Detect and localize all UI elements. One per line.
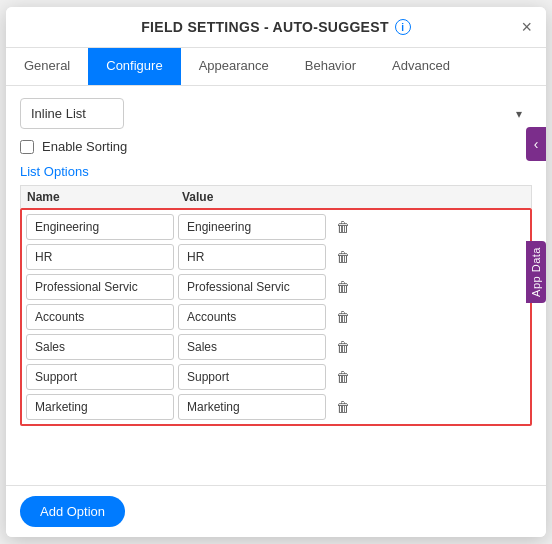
app-data-tab[interactable]: App Data (526, 241, 546, 303)
delete-button-0[interactable]: 🗑 (330, 217, 356, 237)
enable-sorting-label: Enable Sorting (42, 139, 127, 154)
option-value-input-0[interactable] (178, 214, 326, 240)
delete-button-3[interactable]: 🗑 (330, 307, 356, 327)
option-name-input-0[interactable] (26, 214, 174, 240)
list-options-label[interactable]: List Options (20, 164, 532, 179)
inline-list-dropdown[interactable]: Inline List Dropdown Radio Buttons (20, 98, 124, 129)
option-name-input-1[interactable] (26, 244, 174, 270)
column-value-header: Value (182, 190, 337, 204)
enable-sorting-row: Enable Sorting (20, 139, 532, 154)
option-name-input-3[interactable] (26, 304, 174, 330)
option-name-input-5[interactable] (26, 364, 174, 390)
modal-body: Inline List Dropdown Radio Buttons ▾ Ena… (6, 86, 546, 485)
tab-general[interactable]: General (6, 48, 88, 85)
dropdown-row: Inline List Dropdown Radio Buttons ▾ (20, 98, 532, 129)
modal-header: FIELD SETTINGS - AUTO-SUGGEST i × (6, 7, 546, 48)
add-option-button[interactable]: Add Option (20, 496, 125, 527)
info-icon[interactable]: i (395, 19, 411, 35)
dropdown-wrapper: Inline List Dropdown Radio Buttons ▾ (20, 98, 532, 129)
tabs-container: General Configure Appearance Behavior Ad… (6, 48, 546, 86)
option-value-input-5[interactable] (178, 364, 326, 390)
table-row: 🗑 (26, 274, 526, 300)
option-name-input-2[interactable] (26, 274, 174, 300)
option-value-input-2[interactable] (178, 274, 326, 300)
table-row: 🗑 (26, 364, 526, 390)
table-row: 🗑 (26, 394, 526, 420)
enable-sorting-checkbox[interactable] (20, 140, 34, 154)
tab-advanced[interactable]: Advanced (374, 48, 468, 85)
modal-title: FIELD SETTINGS - AUTO-SUGGEST (141, 19, 389, 35)
dropdown-arrow-icon: ▾ (516, 107, 522, 121)
delete-button-1[interactable]: 🗑 (330, 247, 356, 267)
tab-appearance[interactable]: Appearance (181, 48, 287, 85)
modal-container: FIELD SETTINGS - AUTO-SUGGEST i × Genera… (6, 7, 546, 537)
options-table: 🗑 🗑 🗑 🗑 🗑 (20, 208, 532, 426)
modal-footer: Add Option (6, 485, 546, 537)
close-button[interactable]: × (521, 18, 532, 36)
option-value-input-1[interactable] (178, 244, 326, 270)
app-data-chevron[interactable]: ‹ (526, 127, 546, 161)
tab-configure[interactable]: Configure (88, 48, 180, 85)
option-value-input-6[interactable] (178, 394, 326, 420)
delete-button-5[interactable]: 🗑 (330, 367, 356, 387)
table-row: 🗑 (26, 334, 526, 360)
table-row: 🗑 (26, 304, 526, 330)
delete-button-6[interactable]: 🗑 (330, 397, 356, 417)
option-name-input-6[interactable] (26, 394, 174, 420)
table-row: 🗑 (26, 214, 526, 240)
table-header: Name Value (20, 185, 532, 208)
delete-button-4[interactable]: 🗑 (330, 337, 356, 357)
option-value-input-4[interactable] (178, 334, 326, 360)
tab-behavior[interactable]: Behavior (287, 48, 374, 85)
option-name-input-4[interactable] (26, 334, 174, 360)
delete-button-2[interactable]: 🗑 (330, 277, 356, 297)
option-value-input-3[interactable] (178, 304, 326, 330)
column-name-header: Name (27, 190, 182, 204)
table-row: 🗑 (26, 244, 526, 270)
